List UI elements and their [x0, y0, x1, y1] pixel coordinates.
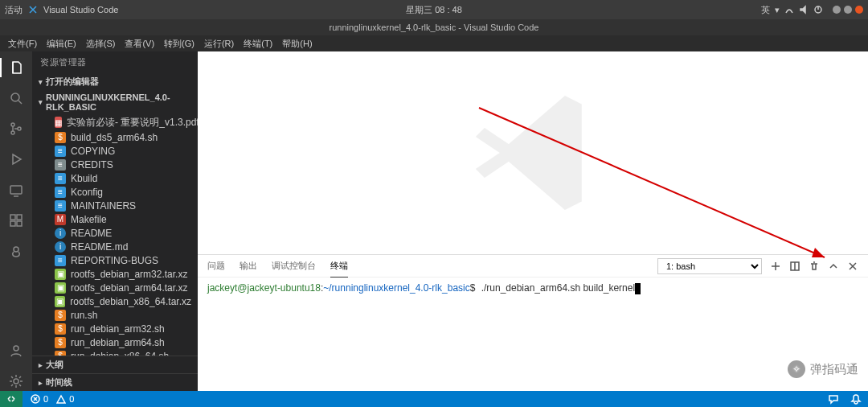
- panel-maximize-icon[interactable]: [828, 261, 839, 272]
- account-icon[interactable]: [6, 341, 26, 360]
- panel-close-icon[interactable]: [847, 261, 858, 272]
- prompt-user: jackeyt@jackeyt-ubuntu18: [207, 282, 321, 294]
- svg-point-1: [11, 93, 19, 101]
- window-title: runninglinuxkernel_4.0-rlk_basic - Visua…: [0, 19, 868, 35]
- main-area: 资源管理器 ▾ 打开的编辑器 ▾ RUNNINGLINUXKERNEL_4.0-…: [0, 51, 868, 391]
- run-debug-icon[interactable]: [6, 150, 26, 169]
- file-name: Kconfig: [71, 187, 103, 198]
- tab-terminal[interactable]: 终端: [330, 255, 348, 278]
- file-item[interactable]: ▣rootfs_debian_arm32.tar.xz: [32, 267, 198, 281]
- menu-run[interactable]: 运行(R): [201, 38, 237, 50]
- status-warnings[interactable]: 0: [56, 394, 74, 404]
- file-name: run_debian_arm32.sh: [71, 323, 165, 335]
- outline-section[interactable]: ▸ 大纲: [32, 356, 198, 373]
- status-bar: 0 0: [0, 391, 868, 407]
- file-item[interactable]: ▣rootfs_debian_x86_64.tar.xz: [32, 294, 198, 308]
- file-icon: $: [55, 310, 66, 321]
- file-item[interactable]: ≡MAINTAINERS: [32, 199, 198, 212]
- ime-caret-icon: ▾: [775, 5, 780, 15]
- linux-icon[interactable]: [6, 241, 26, 261]
- file-item[interactable]: ▦实验前必读- 重要说明_v1.3.pdf: [32, 114, 198, 130]
- chevron-right-icon: ▸: [39, 361, 43, 369]
- menu-select[interactable]: 选择(S): [83, 38, 119, 50]
- tab-debug-console[interactable]: 调试控制台: [272, 255, 316, 277]
- svg-rect-7: [17, 215, 22, 220]
- search-icon[interactable]: [6, 88, 26, 108]
- file-item[interactable]: ≡COPYING: [32, 144, 198, 158]
- file-item[interactable]: $run.sh: [32, 308, 198, 322]
- timeline-section[interactable]: ▸ 时间线: [32, 373, 198, 391]
- menu-terminal[interactable]: 终端(T): [240, 38, 276, 50]
- file-item[interactable]: ▣rootfs_debian_arm64.tar.xz: [32, 281, 198, 294]
- new-terminal-icon[interactable]: [770, 261, 781, 272]
- warning-count: 0: [69, 394, 74, 404]
- vscode-app-icon: [27, 4, 39, 15]
- file-item[interactable]: MMakefile: [32, 212, 198, 226]
- tab-problems[interactable]: 问题: [207, 255, 225, 277]
- file-icon: M: [55, 214, 66, 225]
- warning-icon: [56, 394, 66, 404]
- menu-help[interactable]: 帮助(H): [279, 38, 315, 50]
- activity-bar: [0, 51, 32, 391]
- file-name: build_ds5_arm64.sh: [71, 132, 158, 143]
- file-icon: ▣: [55, 282, 66, 294]
- window-controls: [833, 6, 863, 14]
- explorer-title: 资源管理器: [32, 51, 198, 73]
- file-item[interactable]: ≡REPORTING-BUGS: [32, 253, 198, 267]
- menu-view[interactable]: 查看(V): [121, 38, 158, 50]
- window-minimize-icon[interactable]: [833, 6, 841, 14]
- outline-label: 大纲: [46, 359, 63, 371]
- feedback-icon[interactable]: [828, 393, 839, 405]
- file-item[interactable]: iREADME: [32, 226, 198, 240]
- clock[interactable]: 星期三 08 : 48: [406, 4, 462, 16]
- svg-point-12: [14, 379, 18, 384]
- file-item[interactable]: $build_ds5_arm64.sh: [32, 130, 198, 144]
- file-item[interactable]: iREADME.md: [32, 240, 198, 253]
- menu-go[interactable]: 转到(G): [161, 38, 198, 50]
- svg-rect-8: [10, 221, 15, 226]
- source-control-icon[interactable]: [6, 119, 26, 138]
- file-icon: ≡: [55, 255, 66, 266]
- status-errors[interactable]: 0: [31, 394, 48, 404]
- extensions-icon[interactable]: [6, 211, 26, 230]
- power-icon[interactable]: [813, 5, 823, 14]
- activities-label[interactable]: 活动: [5, 4, 23, 16]
- file-item[interactable]: ≡CREDITS: [32, 158, 198, 171]
- file-name: 实验前必读- 重要说明_v1.3.pdf: [67, 116, 198, 130]
- explorer-icon[interactable]: [0, 58, 32, 77]
- chevron-down-icon: ▾: [39, 78, 43, 86]
- window-maximize-icon[interactable]: [844, 6, 852, 14]
- settings-gear-icon[interactable]: [6, 372, 26, 391]
- file-icon: ▣: [55, 269, 66, 280]
- chevron-right-icon: ▸: [39, 379, 43, 387]
- file-item[interactable]: $run_debian_x86_64.sh: [32, 349, 198, 356]
- open-editors-section[interactable]: ▾ 打开的编辑器: [32, 73, 198, 90]
- watermark: ✧ 弹指码通: [788, 360, 858, 378]
- terminal-selector[interactable]: 1: bash: [657, 258, 762, 274]
- file-item[interactable]: ≡Kconfig: [32, 185, 198, 199]
- sound-icon[interactable]: [799, 5, 809, 14]
- remote-indicator[interactable]: [0, 391, 23, 407]
- file-list: ▦实验前必读- 重要说明_v1.3.pdf$build_ds5_arm64.sh…: [32, 114, 198, 356]
- notifications-icon[interactable]: [850, 393, 862, 405]
- ime-indicator[interactable]: 英: [761, 4, 770, 16]
- menu-file[interactable]: 文件(F): [5, 38, 40, 50]
- tab-output[interactable]: 输出: [240, 255, 257, 277]
- file-item[interactable]: $run_debian_arm64.sh: [32, 335, 198, 349]
- folder-header[interactable]: ▾ RUNNINGLINUXKERNEL_4.0-RLK_BASIC: [32, 90, 198, 114]
- remote-explorer-icon[interactable]: [6, 180, 26, 199]
- file-icon: i: [55, 241, 66, 253]
- menu-edit[interactable]: 编辑(E): [43, 38, 80, 50]
- network-icon[interactable]: [784, 5, 794, 14]
- split-terminal-icon[interactable]: [789, 261, 800, 272]
- kill-terminal-icon[interactable]: [809, 261, 820, 272]
- remote-icon: [6, 394, 16, 404]
- terminal-command-text: ./run_debian_arm64.sh build_kernel: [481, 282, 635, 294]
- file-item[interactable]: ≡Kbuild: [32, 171, 198, 185]
- window-close-icon[interactable]: [855, 6, 863, 14]
- file-name: CREDITS: [71, 159, 113, 171]
- file-name: rootfs_debian_arm32.tar.xz: [71, 269, 187, 280]
- svg-rect-5: [10, 186, 22, 194]
- file-item[interactable]: $run_debian_arm32.sh: [32, 322, 198, 335]
- terminal-body[interactable]: jackeyt@jackeyt-ubuntu18:~/runninglinuxk…: [198, 278, 868, 391]
